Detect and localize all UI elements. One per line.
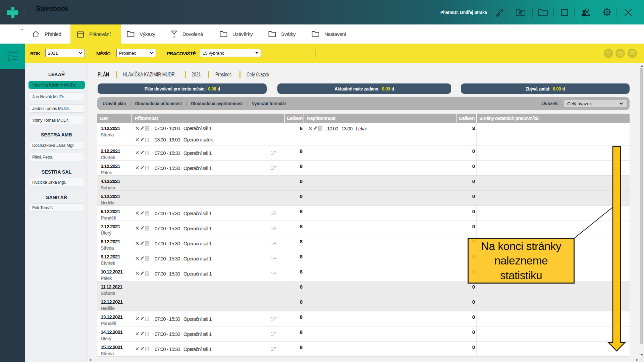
svg-text:N: N [520,11,522,14]
